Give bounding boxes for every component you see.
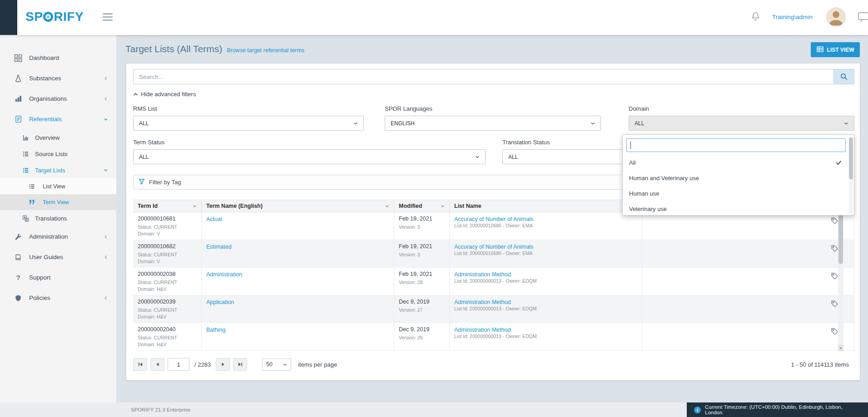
dropdown-scrollbar[interactable] xyxy=(849,137,853,213)
browse-terms-link[interactable]: Browse target referential terms xyxy=(227,47,304,54)
list-name-link[interactable]: Administration Method xyxy=(454,271,511,278)
term-name-link[interactable]: Estimated xyxy=(206,244,232,250)
sidebar-item-support[interactable]: ? Support xyxy=(0,267,116,288)
last-page-button[interactable] xyxy=(233,358,247,371)
terms-table: Term Id Term Name (English) Modified Lis… xyxy=(133,200,854,351)
version: Version: 28 xyxy=(399,279,445,286)
list-meta: List Id: 200000010680 - Owner: EMA xyxy=(454,250,637,257)
list-name-link[interactable]: Accuracy of Number of Animals xyxy=(454,216,533,222)
tag-icon[interactable] xyxy=(831,300,838,308)
filter-rms-list: RMS List ALL xyxy=(133,105,364,131)
sidebar-item-dashboard[interactable]: Dashboard xyxy=(0,48,116,68)
rms-list-select[interactable]: ALL xyxy=(133,116,364,131)
tag-icon[interactable] xyxy=(831,245,838,252)
table-row[interactable]: 200000002039Status: CURRENTDomain: H&V A… xyxy=(133,295,854,323)
sidebar-item-overview[interactable]: Overview xyxy=(0,129,116,146)
sidebar-item-label: Organisations xyxy=(29,95,67,102)
logo-o-icon xyxy=(43,12,53,22)
table-icon xyxy=(817,46,823,54)
chart-icon xyxy=(21,134,30,141)
modified-date: Dec 9, 2019 xyxy=(399,326,445,333)
sidebar: Dashboard Substances Organisations Refer… xyxy=(0,35,116,402)
tag-icon[interactable] xyxy=(831,272,838,280)
bar-chart-icon xyxy=(14,95,23,103)
term-name-link[interactable]: Application xyxy=(206,299,234,305)
table-row[interactable]: 200000010682Status: CURRENTDomain: V Est… xyxy=(133,240,854,268)
version: Version: 26 xyxy=(399,334,445,341)
hide-advanced-filters-toggle[interactable]: Hide advanced filters xyxy=(133,91,196,98)
domain-option-all[interactable]: All xyxy=(623,155,848,170)
list-icon xyxy=(21,167,30,174)
menu-toggle-icon[interactable] xyxy=(103,13,113,23)
text-caret xyxy=(630,142,631,149)
term-name-link[interactable]: Bathing xyxy=(206,327,225,333)
domain-option-veterinary[interactable]: Veterinary use xyxy=(623,201,848,216)
column-header-list-name[interactable]: List Name xyxy=(450,200,642,212)
table-row[interactable]: 200000010681Status: CURRENTDomain: V Act… xyxy=(133,212,854,240)
column-header-modified[interactable]: Modified xyxy=(394,200,450,212)
term-status-select[interactable]: ALL xyxy=(133,149,486,164)
table-row[interactable]: 200000002040Status: CURRENTDomain: H&V B… xyxy=(133,323,854,351)
sidebar-item-user-guides[interactable]: User Guides xyxy=(0,247,116,267)
sidebar-item-target-lists[interactable]: Target Lists xyxy=(0,162,116,178)
user-menu[interactable]: Training\admin xyxy=(772,14,813,20)
sidebar-item-referentials[interactable]: Referentials xyxy=(0,109,116,129)
domain-option-human[interactable]: Human use xyxy=(623,186,848,201)
page-number-input[interactable] xyxy=(168,358,189,371)
next-page-button[interactable] xyxy=(216,358,230,371)
list-meta: List Id: 200000000013 - Owner: EDQM xyxy=(454,278,637,285)
scrollbar-down-arrow[interactable]: ▼ xyxy=(838,345,843,351)
search-button[interactable] xyxy=(833,69,854,84)
notifications-bell-icon[interactable] xyxy=(750,11,761,23)
sidebar-item-list-view[interactable]: List View xyxy=(0,178,116,194)
table-scrollbar[interactable]: ▼ xyxy=(838,212,843,351)
first-page-button[interactable] xyxy=(133,358,147,371)
chevron-down-icon xyxy=(283,363,287,367)
avatar[interactable] xyxy=(826,7,846,27)
list-meta: List Id: 200000010680 - Owner: EMA xyxy=(454,222,637,229)
page-size-select[interactable]: 50 xyxy=(262,358,291,371)
modified-date: Feb 19, 2021 xyxy=(399,271,445,277)
tag-icon[interactable] xyxy=(831,328,838,335)
sort-chevron-icon[interactable] xyxy=(441,204,445,208)
column-header-term-id[interactable]: Term Id xyxy=(133,200,202,212)
sidebar-item-translations[interactable]: Translations xyxy=(0,210,116,226)
domain-value: ALL xyxy=(635,120,644,127)
term-name-link[interactable]: Administration xyxy=(206,271,242,278)
scrollbar-thumb[interactable] xyxy=(838,213,843,264)
sidebar-item-source-lists[interactable]: Source Lists xyxy=(0,146,116,162)
target-lists-submenu: List View Term View xyxy=(0,178,116,210)
list-view-button[interactable]: LIST VIEW xyxy=(811,42,860,57)
search-input[interactable] xyxy=(133,69,833,84)
previous-page-button[interactable] xyxy=(150,358,164,371)
spor-languages-label: SPOR Languages xyxy=(385,105,601,112)
spor-languages-select[interactable]: ENGLISH xyxy=(385,116,601,131)
spor-languages-value: ENGLISH xyxy=(391,120,415,127)
sidebar-item-term-view[interactable]: Term View xyxy=(0,194,116,210)
tag-icon[interactable] xyxy=(831,217,838,225)
total-pages-label: / 2283 xyxy=(194,361,211,368)
scrollbar-thumb[interactable] xyxy=(849,137,853,179)
sidebar-item-organisations[interactable]: Organisations xyxy=(0,88,116,109)
domain-dropdown-search-input[interactable] xyxy=(626,138,846,152)
chat-icon[interactable] xyxy=(858,12,868,24)
chevron-down-icon xyxy=(104,168,108,172)
question-icon: ? xyxy=(14,274,23,281)
domain-select[interactable]: ALL xyxy=(629,116,854,131)
sidebar-item-substances[interactable]: Substances xyxy=(0,68,116,88)
term-name-link[interactable]: Actual xyxy=(206,216,222,222)
sidebar-item-policies[interactable]: Policies xyxy=(0,288,116,308)
term-domain: Domain: H&V xyxy=(138,341,197,348)
term-domain: Domain: H&V xyxy=(138,286,197,293)
sort-chevron-icon[interactable] xyxy=(385,204,389,208)
sort-chevron-icon[interactable] xyxy=(193,204,197,208)
list-name-link[interactable]: Administration Method xyxy=(454,327,511,333)
timezone-bar: i Current Timezone: (UTC+00:00) Dublin, … xyxy=(687,402,868,417)
table-row[interactable]: 200000002038Status: CURRENTDomain: H&V A… xyxy=(133,268,854,295)
domain-option-human-and-veterinary[interactable]: Human and Veterinary use xyxy=(623,170,848,186)
column-header-term-name[interactable]: Term Name (English) xyxy=(202,200,394,212)
list-name-link[interactable]: Accuracy of Number of Animals xyxy=(454,244,533,250)
sidebar-item-label: Overview xyxy=(35,134,60,141)
list-name-link[interactable]: Administration Method xyxy=(454,299,511,305)
sidebar-item-administration[interactable]: Administration xyxy=(0,226,116,247)
